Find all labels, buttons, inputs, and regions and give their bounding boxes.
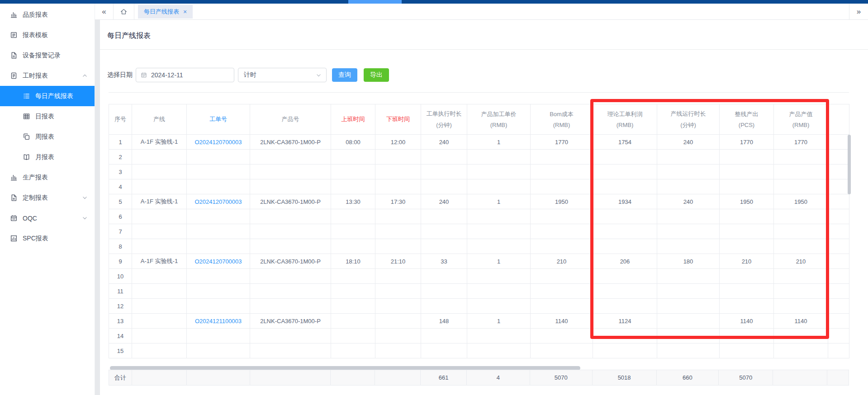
template-icon — [10, 31, 18, 39]
table-filler-cell — [828, 239, 849, 254]
table-cell: 1934 — [593, 194, 657, 209]
table-row: 3 — [109, 165, 849, 179]
table-cell — [467, 269, 531, 284]
table-cell — [187, 179, 250, 194]
sidebar-item-label: 品质报表 — [23, 11, 48, 19]
table-cell: 240 — [421, 135, 467, 150]
table-cell — [421, 239, 467, 254]
expand-tabs-icon[interactable]: » — [849, 4, 868, 20]
table-cell — [331, 179, 375, 194]
table-cell: 210 — [720, 254, 774, 269]
table-cell — [657, 179, 720, 194]
table-cell — [593, 284, 657, 299]
table-cell — [421, 284, 467, 299]
table-cell: 13:30 — [331, 194, 375, 209]
table-filler-cell — [828, 194, 849, 209]
table-cell: 240 — [657, 194, 720, 209]
table-cell: 2LNK-CA3670-1M00-P — [250, 314, 331, 329]
table-cell — [187, 239, 250, 254]
table-cell: 1770 — [720, 135, 774, 150]
work-order-link[interactable]: O2024120700003 — [187, 254, 250, 269]
table-cell: 1950 — [774, 194, 828, 209]
work-order-link[interactable]: O2024120700003 — [187, 135, 250, 150]
table-cell — [720, 165, 774, 179]
header-title: Bom成本 — [532, 110, 591, 118]
table-cell — [331, 343, 375, 358]
query-button[interactable]: 查询 — [332, 68, 357, 82]
table-cell — [187, 209, 250, 224]
sidebar-item-label: 日报表 — [35, 113, 54, 121]
calendar-icon — [141, 72, 147, 78]
bar-chart-icon — [10, 11, 18, 19]
table-row: 7 — [109, 224, 849, 239]
table-cell — [375, 284, 421, 299]
sidebar-item-label: 定制报表 — [23, 194, 48, 202]
table-cell — [774, 179, 828, 194]
tab-home[interactable] — [113, 4, 134, 20]
table-cell: 11 — [109, 284, 132, 299]
table-cell — [467, 224, 531, 239]
table-cell — [421, 224, 467, 239]
type-select[interactable]: 计时 — [238, 68, 327, 82]
table-cell — [720, 329, 774, 343]
date-picker-input[interactable]: 2024-12-11 — [136, 68, 234, 82]
export-button[interactable]: 导出 — [364, 68, 389, 82]
sidebar-item-report-template[interactable]: 报表模板 — [0, 25, 95, 45]
sidebar-item-production-report[interactable]: 生产报表 — [0, 167, 95, 188]
sidebar-item-work-hour-report[interactable]: 工时报表 — [0, 66, 95, 86]
sidebar-item-device-alarm-record[interactable]: 设备报警记录 — [0, 45, 95, 66]
table-cell — [187, 224, 250, 239]
table-cell — [421, 209, 467, 224]
collapse-sidebar-icon[interactable]: « — [95, 7, 113, 16]
date-value: 2024-12-11 — [151, 71, 183, 79]
header-unit: (分钟) — [423, 121, 465, 129]
table-cell — [132, 299, 187, 314]
table-cell — [657, 299, 720, 314]
table-cell — [421, 343, 467, 358]
sidebar-item-monthly-report[interactable]: 月报表 — [0, 147, 95, 167]
sidebar-item-daily-report[interactable]: 日报表 — [0, 106, 95, 127]
table-cell — [421, 269, 467, 284]
sidebar-item-oqc[interactable]: OQC — [0, 208, 95, 228]
table-cell — [531, 343, 593, 358]
header-cell: 产品加工单价(RMB) — [467, 104, 531, 135]
sidebar-item-spc-report[interactable]: SPC报表 — [0, 228, 95, 249]
table-cell — [132, 209, 187, 224]
table-cell: 15 — [109, 343, 132, 358]
doc-icon — [10, 72, 18, 80]
sidebar-item-daily-line-report[interactable]: 每日产线报表 — [0, 86, 95, 106]
sidebar-item-weekly-report[interactable]: 周报表 — [0, 127, 95, 147]
vertical-scrollbar-thumb[interactable] — [848, 135, 851, 194]
table-cell — [593, 239, 657, 254]
table-cell — [774, 343, 828, 358]
tab-close-icon[interactable]: × — [183, 8, 187, 15]
table-cell — [132, 239, 187, 254]
table-cell: 2LNK-CA3670-1M00-P — [250, 194, 331, 209]
table-cell — [657, 224, 720, 239]
table-cell: 1 — [467, 254, 531, 269]
table-cell — [250, 269, 331, 284]
table-cell: 2 — [109, 150, 132, 165]
sidebar-item-quality-report[interactable]: 品质报表 — [0, 5, 95, 25]
table-cell — [331, 224, 375, 239]
table-cell — [375, 269, 421, 284]
table-cell: 2LNK-CA3670-1M00-P — [250, 254, 331, 269]
sidebar-item-custom-report[interactable]: 定制报表 — [0, 188, 95, 208]
table-row: 12 — [109, 299, 849, 314]
table-cell — [421, 329, 467, 343]
table-cell: 2LNK-CA3670-1M00-P — [250, 135, 331, 150]
table-cell — [187, 269, 250, 284]
work-order-link[interactable]: O2024120700003 — [187, 194, 250, 209]
table-cell: 1 — [467, 194, 531, 209]
tab-daily-line-report[interactable]: 每日产线报表 × — [138, 5, 193, 19]
table-cell — [593, 299, 657, 314]
file-icon — [10, 194, 18, 202]
total-cell — [331, 370, 375, 385]
table-cell — [331, 314, 375, 329]
table-filler-cell — [828, 299, 849, 314]
work-order-link[interactable]: O2024121100003 — [187, 314, 250, 329]
table-cell: 5 — [109, 194, 132, 209]
table-cell — [657, 329, 720, 343]
sidebar-item-label: 周报表 — [35, 133, 54, 141]
total-cell: 5018 — [593, 370, 657, 385]
